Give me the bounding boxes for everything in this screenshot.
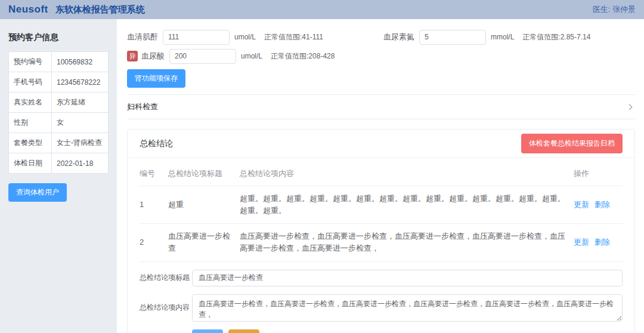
table-row: 体检日期 2022-01-18 xyxy=(9,153,109,174)
field-label: 手机号码 xyxy=(9,72,52,92)
conclusion-title-input[interactable] xyxy=(192,270,623,286)
exam-item-range: 正常值范围:2.85-7.14 xyxy=(522,32,590,42)
exam-item-blood-uric-acid: 异 血尿酸 umol/L 正常值范围:208-428 xyxy=(127,48,383,64)
abnormal-badge: 异 xyxy=(127,51,138,61)
delete-link[interactable]: 删除 xyxy=(595,238,610,246)
table-row: 真实姓名 东方延绪 xyxy=(9,92,109,113)
conclusion-table: 编号 总检结论项标题 总检结论项内容 操作 1 超重 超重。超重。超重。超重。超… xyxy=(140,162,623,262)
app-header: Neusoft 东软体检报告管理系统 医生: 张仲景 xyxy=(0,0,644,19)
row-title: 血压高要进一步检查 xyxy=(168,224,240,261)
field-value: 女士-肾病检查 xyxy=(52,133,109,153)
delete-link[interactable]: 删除 xyxy=(595,200,610,209)
exam-item-unit: umol/L xyxy=(241,52,262,60)
field-value: 100569832 xyxy=(52,52,109,72)
row-actions: 更新删除 xyxy=(574,224,623,261)
table-header-row: 编号 总检结论项标题 总检结论项内容 操作 xyxy=(140,162,623,186)
serum-creatinine-input[interactable] xyxy=(163,30,230,45)
query-user-button[interactable]: 查询体检用户 xyxy=(8,183,67,202)
col-header-title: 总检结论项标题 xyxy=(168,162,240,186)
exam-item-unit: umol/L xyxy=(234,33,256,41)
row-no: 1 xyxy=(140,186,168,224)
table-row: 手机号码 12345678222 xyxy=(9,72,109,92)
conclusion-panel-header: 总检结论 体检套餐总检结果报告归档 xyxy=(128,130,634,158)
update-link[interactable]: 更新 xyxy=(574,238,589,246)
exam-item-label: 血尿素氮 xyxy=(383,32,414,42)
exam-item-serum-creatinine: 血清肌酐 umol/L 正常值范围:41-111 xyxy=(127,29,383,45)
conclusion-title-row: 总检结论项标题 xyxy=(140,270,623,286)
field-label: 性别 xyxy=(9,113,52,133)
field-value: 2022-01-18 xyxy=(52,153,109,174)
exam-item-label: 血清肌酐 xyxy=(127,32,158,42)
brand-logo: Neusoft xyxy=(8,4,48,16)
field-value: 女 xyxy=(52,113,109,133)
field-label: 体检日期 xyxy=(9,153,52,174)
conclusion-content-label: 总检结论项内容 xyxy=(140,303,192,313)
row-content: 血压高要进一步检查，血压高要进一步检查，血压高要进一步检查，血压高要进一步检查，… xyxy=(240,224,574,261)
clear-button[interactable]: 清空 xyxy=(228,329,259,333)
row-content: 超重。超重。超重。超重。超重。超重。超重。超重。超重。超重。超重。超重。超重。超… xyxy=(240,186,574,224)
table-row: 套餐类型 女士-肾病检查 xyxy=(9,133,109,153)
exam-item-range: 正常值范围:41-111 xyxy=(264,32,323,42)
sidebar-title: 预约客户信息 xyxy=(8,32,109,43)
field-label: 真实姓名 xyxy=(9,92,52,113)
conclusion-panel-body: 编号 总检结论项标题 总检结论项内容 操作 1 超重 超重。超重。超重。超重。超… xyxy=(128,158,634,333)
field-label: 套餐类型 xyxy=(9,133,52,153)
field-value: 12345678222 xyxy=(52,72,109,92)
customer-info-table: 预约编号 100569832 手机号码 12345678222 真实姓名 东方延… xyxy=(8,51,109,174)
field-value: 东方延绪 xyxy=(52,92,109,113)
row-title: 超重 xyxy=(168,186,240,224)
app-title: 东软体检报告管理系统 xyxy=(55,4,145,16)
row-actions: 更新删除 xyxy=(574,186,623,224)
renal-function-save-button[interactable]: 肾功能项保存 xyxy=(127,69,185,88)
sidebar: 预约客户信息 预约编号 100569832 手机号码 12345678222 真… xyxy=(0,19,117,333)
table-row: 1 超重 超重。超重。超重。超重。超重。超重。超重。超重。超重。超重。超重。超重… xyxy=(140,186,623,224)
archive-report-button[interactable]: 体检套餐总检结果报告归档 xyxy=(521,134,623,153)
update-link[interactable]: 更新 xyxy=(574,200,589,209)
conclusion-form-actions: 添加 清空 xyxy=(192,329,623,333)
exam-form: 血清肌酐 umol/L 正常值范围:41-111 血尿素氮 mmol/L 正常值… xyxy=(127,29,635,64)
chevron-right-icon xyxy=(627,104,633,110)
table-row: 2 血压高要进一步检查 血压高要进一步检查，血压高要进一步检查，血压高要进一步检… xyxy=(140,224,623,261)
col-header-no: 编号 xyxy=(140,162,168,186)
main-content: 血清肌酐 umol/L 正常值范围:41-111 血尿素氮 mmol/L 正常值… xyxy=(117,19,644,333)
conclusion-content-row: 总检结论项内容 血压高要进一步检查，血压高要进一步检查，血压高要进一步检查，血压… xyxy=(140,294,623,322)
col-header-actions: 操作 xyxy=(574,162,623,186)
field-label: 预约编号 xyxy=(9,52,52,72)
blood-uric-acid-input[interactable] xyxy=(169,49,236,64)
conclusion-content-textarea[interactable]: 血压高要进一步检查，血压高要进一步检查，血压高要进一步检查，血压高要进一步检查，… xyxy=(192,294,623,322)
collapse-title: 妇科检查 xyxy=(127,101,158,112)
row-no: 2 xyxy=(140,224,168,261)
conclusion-title-label: 总检结论项标题 xyxy=(140,273,192,283)
conclusion-panel: 总检结论 体检套餐总检结果报告归档 编号 总检结论项标题 总检结论项内容 操作 xyxy=(127,129,635,333)
doctor-info: 医生: 张仲景 xyxy=(593,4,636,15)
blood-urea-nitrogen-input[interactable] xyxy=(419,30,486,45)
col-header-content: 总检结论项内容 xyxy=(240,162,574,186)
table-row: 预约编号 100569832 xyxy=(9,52,109,72)
exam-item-label: 血尿酸 xyxy=(141,51,165,61)
gynecology-collapse-header[interactable]: 妇科检查 xyxy=(127,94,635,119)
exam-item-blood-urea-nitrogen: 血尿素氮 mmol/L 正常值范围:2.85-7.14 xyxy=(383,29,635,45)
exam-item-range: 正常值范围:208-428 xyxy=(271,51,335,61)
exam-item-unit: mmol/L xyxy=(491,33,514,41)
panel-title: 总检结论 xyxy=(140,138,173,149)
add-button[interactable]: 添加 xyxy=(192,329,223,333)
table-row: 性别 女 xyxy=(9,113,109,133)
header-brand-group: Neusoft 东软体检报告管理系统 xyxy=(8,4,145,16)
